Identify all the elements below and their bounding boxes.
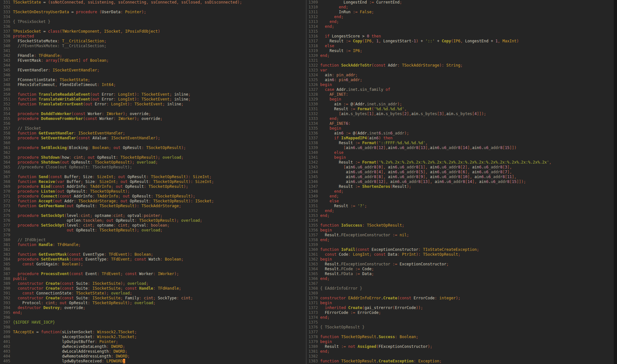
code-line[interactable]: 1324 ain: pin_addr; <box>307 73 614 78</box>
code-line[interactable]: 331TSocketState = (ssNotConnected, ssLis… <box>0 0 306 5</box>
code-line[interactable]: 1331 Result := Format('%d.%d.%d.%d', <box>307 107 614 112</box>
code-line[interactable]: 1367 <box>307 281 614 286</box>
code-line[interactable]: 1321 <box>307 58 614 63</box>
code-line[interactable]: 1341 begin <box>307 155 614 160</box>
code-line[interactable]: 355 procedure DoRemoveFromWorker(const W… <box>0 116 306 121</box>
code-line[interactable]: 1313 end; <box>307 19 614 24</box>
code-line[interactable]: 394 destructor Destroy; override; <box>0 305 306 310</box>
code-line[interactable]: 1365 Result.FData := Data; <box>307 272 614 276</box>
code-line[interactable]: 379 <box>0 233 306 238</box>
code-line[interactable]: 1344 ain6.u6_addr8[4], ain6.u6_addr8[5],… <box>307 170 614 175</box>
code-line[interactable]: 356 <box>0 121 306 126</box>
code-line[interactable]: 1333 end; <box>307 116 614 121</box>
code-line[interactable]: 1366end; <box>307 276 614 281</box>
code-line[interactable]: 1363 Result.FExceptionConstructor := Exc… <box>307 262 614 267</box>
code-line[interactable]: 1338 Result := Format('::FFFF:%d.%d.%d.%… <box>307 141 614 145</box>
code-line[interactable]: 1358end; <box>307 238 614 242</box>
code-line[interactable]: 1312 end; <box>307 15 614 19</box>
code-line[interactable]: 1320end; <box>307 53 614 58</box>
code-line[interactable]: 345 FEventHandler: ISocketEventHandler; <box>0 68 306 73</box>
code-line[interactable]: 335{ TPosixSocket } <box>0 19 306 24</box>
code-line[interactable]: 1383function TSocketOpResult.CreateExcep… <box>307 359 614 364</box>
code-line[interactable]: 405 lpdwBytesReceived: LPDWORD; <box>0 359 306 364</box>
code-line[interactable]: 1319 Result := IP6; <box>307 48 614 53</box>
code-line[interactable]: 402 dwReceiveDataLength: DWORD; <box>0 344 306 349</box>
code-line[interactable]: 361 procedure SetBlocking(Blocking: Bool… <box>0 145 306 150</box>
code-line[interactable]: 398 <box>0 325 306 330</box>
code-line[interactable]: 380 // IFdObject <box>0 238 306 242</box>
code-line[interactable]: 1354 <box>307 218 614 223</box>
code-line[interactable]: 377 procedure SetSockOpt(level: cint; op… <box>0 223 306 228</box>
code-line[interactable]: 1361 const Code: LongInt; const Data: Pt… <box>307 252 614 257</box>
code-line[interactable]: 1356begin <box>307 228 614 233</box>
code-line[interactable]: 1368{ EAddrInfoError } <box>307 286 614 291</box>
code-line[interactable]: 1357 Result.FExceptionConstructor := nil… <box>307 233 614 238</box>
code-line[interactable]: 364 procedure Shutdown(out OpResult: TSo… <box>0 160 306 165</box>
code-line[interactable]: 395end; <box>0 310 306 315</box>
code-line[interactable]: 372 function Accept(out Addr: TSockAddrS… <box>0 199 306 204</box>
code-line[interactable]: 392 constructor Create(const Suite: ISoc… <box>0 296 306 301</box>
code-line[interactable]: 1332 [ain.s_bytes[1],ain.s_bytes[2],ain.… <box>307 112 614 116</box>
code-line[interactable]: 370 procedure Listen(out OpResult: TSock… <box>0 189 306 194</box>
code-line[interactable]: 336 <box>0 24 306 29</box>
code-line[interactable]: 367 function Send(const Buffer; Size: Si… <box>0 175 306 179</box>
code-line[interactable]: 360 <box>0 141 306 145</box>
code-line[interactable]: 339 FSocketStateMutex: T__CriticalSectio… <box>0 39 306 44</box>
code-line[interactable]: 1340 else <box>307 150 614 155</box>
code-line[interactable]: 352 function TranslateErrorEvent(out Err… <box>0 102 306 107</box>
code-line[interactable]: 1374end; <box>307 315 614 320</box>
code-line[interactable]: 1311 InRun := False; <box>307 10 614 15</box>
code-line[interactable]: 1375 <box>307 320 614 325</box>
code-line[interactable]: 1339 [ain6.u6_addr8[12],ain6.u6_addr8[13… <box>307 145 614 150</box>
code-line[interactable]: 359 procedure SetEventHandler(const AVal… <box>0 136 306 141</box>
code-line[interactable]: 1373 FErrorCode := ErrorCode; <box>307 310 614 315</box>
code-line[interactable]: 1343 [ain6.u6_addr8[0], ain6.u6_addr8[1]… <box>307 165 614 170</box>
code-line[interactable]: 1348 end; <box>307 189 614 194</box>
code-line[interactable]: 389 constructor Create(const Suite: ISoc… <box>0 281 306 286</box>
code-line[interactable]: 334 <box>0 15 306 19</box>
code-line[interactable]: 1336 ain6 := @(Addr.inet6.sin6_addr); <box>307 131 614 136</box>
code-line[interactable]: 368 function Receive(var Buffer; Size: S… <box>0 179 306 184</box>
code-line[interactable]: 344 <box>0 63 306 68</box>
code-line[interactable]: 1379begin <box>307 339 614 344</box>
code-line[interactable]: 400 sAcceptSocket: Winsock2.TSocket; <box>0 335 306 339</box>
code-line[interactable]: 337TPosixSocket = class(TWorkerComponent… <box>0 29 306 34</box>
code-line[interactable]: 396 <box>0 315 306 320</box>
code-line[interactable]: 391 const ConnectionState: TSocketState)… <box>0 291 306 296</box>
code-line[interactable]: 1317 Result := Copy(IP6, 1, LongestStart… <box>307 39 614 44</box>
code-line[interactable]: 401 lpOutputBuffer: Pointer; <box>0 339 306 344</box>
code-line[interactable]: 386 <box>0 267 306 272</box>
code-line[interactable]: 382 <box>0 247 306 252</box>
code-line[interactable]: 374 <box>0 209 306 213</box>
code-line[interactable]: 1378function TSocketOpResult.Success: Bo… <box>307 335 614 339</box>
code-line[interactable]: 1318 else <box>307 44 614 48</box>
code-line[interactable]: 1345 ain6.u6_addr8[8], ain6.u6_addr8[9],… <box>307 175 614 179</box>
code-line[interactable]: 387 procedure ProcessEvent(const Event: … <box>0 272 306 276</box>
code-line[interactable]: 1316 if LongestScore > 0 then <box>307 34 614 39</box>
code-line[interactable]: 404 dwRemoteAddressLength: DWORD; <box>0 354 306 359</box>
code-line[interactable]: 1351 Result := '?'; <box>307 204 614 209</box>
code-line[interactable]: 1352 end; <box>307 209 614 213</box>
code-line[interactable]: 357 // ISocket <box>0 126 306 131</box>
code-line[interactable]: 342 FHandle: TFdHandle; <box>0 53 306 58</box>
code-line[interactable]: 340 //FEventMaskMutex: T__CriticalSectio… <box>0 44 306 48</box>
code-line[interactable]: 346 <box>0 73 306 78</box>
code-line[interactable]: 397{$IFDEF HAVE_IOCP} <box>0 320 306 325</box>
code-line[interactable]: 347 FConnectionState: TSocketState; <box>0 78 306 82</box>
left-code-pane[interactable]: 331TSocketState = (ssNotConnected, ssLis… <box>0 0 306 364</box>
code-line[interactable]: 350 function TranslateReadableEvent(out … <box>0 92 306 97</box>
code-line[interactable]: 384 procedure SetEventMask(const EventTy… <box>0 257 306 262</box>
code-line[interactable]: 1322function SockAddrToStr(const Addr: T… <box>307 63 614 68</box>
code-line[interactable]: 1350 else <box>307 199 614 204</box>
code-line[interactable]: 353 <box>0 107 306 112</box>
code-line[interactable]: 1327 case Addr.inet.sin_family of <box>307 87 614 92</box>
code-line[interactable]: 363 procedure Shutdown(how: cint; out Op… <box>0 155 306 160</box>
code-line[interactable]: 399TAcceptEx = function(sListenSocket: W… <box>0 330 306 335</box>
code-line[interactable]: 378 out OpResult: TSocketOpResult); over… <box>0 228 306 233</box>
code-line[interactable]: 1328 AF_INET: <box>307 92 614 97</box>
code-line[interactable]: 1325 ain6: pin6_addr; <box>307 78 614 82</box>
code-line[interactable]: 1372 inherited Create(gai_strerror(Error… <box>307 305 614 310</box>
code-line[interactable]: 1346 ain6.u6_addr8[12], ain6.u6_addr8[13… <box>307 179 614 184</box>
code-line[interactable]: 390 constructor Create(const Suite: ISoc… <box>0 286 306 291</box>
code-line[interactable]: 385 const GotEAgain: Boolean); <box>0 262 306 267</box>
